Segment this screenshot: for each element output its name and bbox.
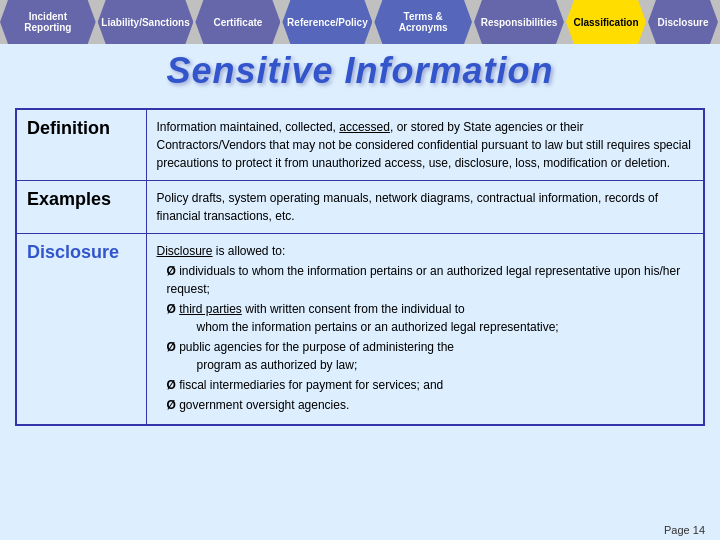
examples-label: Examples [16, 181, 146, 234]
tab-reference-policy[interactable]: Reference/Policy [282, 0, 372, 44]
main-content: Definition Information maintained, colle… [0, 98, 720, 520]
tab-label: Responsibilities [481, 17, 558, 28]
list-item: individuals to whom the information pert… [157, 262, 694, 298]
tab-terms-acronyms[interactable]: Terms & Acronyms [374, 0, 472, 44]
list-item: government oversight agencies. [157, 396, 694, 414]
definition-content: Information maintained, collected, acces… [146, 109, 704, 181]
tab-label: Classification [573, 17, 638, 28]
disclosure-intro: Disclosure is allowed to: [157, 244, 286, 258]
nav-bar: Incident Reporting Liability/Sanctions C… [0, 0, 720, 44]
tab-label: Liability/Sanctions [101, 17, 189, 28]
tab-label: Incident Reporting [10, 11, 86, 33]
definition-label: Definition [16, 109, 146, 181]
list-item: fiscal intermediaries for payment for se… [157, 376, 694, 394]
tab-disclosure[interactable]: Disclosure [648, 0, 718, 44]
title-area: Sensitive Information [0, 44, 720, 98]
tab-label: Disclosure [657, 17, 708, 28]
page-number: Page 14 [664, 524, 705, 536]
table-row: Disclosure Disclosure is allowed to: ind… [16, 234, 704, 426]
footer: Page 14 [0, 520, 720, 540]
tab-label: Certificate [213, 17, 262, 28]
tab-responsibilities[interactable]: Responsibilities [474, 0, 564, 44]
content-table: Definition Information maintained, colle… [15, 108, 705, 426]
disclosure-list: individuals to whom the information pert… [157, 262, 694, 414]
tab-liability-sanctions[interactable]: Liability/Sanctions [98, 0, 194, 44]
table-row: Examples Policy drafts, system operating… [16, 181, 704, 234]
disclosure-label: Disclosure [16, 234, 146, 426]
disclosure-content: Disclosure is allowed to: individuals to… [146, 234, 704, 426]
examples-content: Policy drafts, system operating manuals,… [146, 181, 704, 234]
tab-incident-reporting[interactable]: Incident Reporting [0, 0, 96, 44]
tab-label: Reference/Policy [287, 17, 368, 28]
tab-certificate[interactable]: Certificate [195, 0, 280, 44]
page-wrapper: Incident Reporting Liability/Sanctions C… [0, 0, 720, 540]
page-title: Sensitive Information [0, 50, 720, 92]
list-item: third parties with written consent from … [157, 300, 694, 336]
tab-label: Terms & Acronyms [384, 11, 462, 33]
table-row: Definition Information maintained, colle… [16, 109, 704, 181]
list-item: public agencies for the purpose of admin… [157, 338, 694, 374]
tab-classification[interactable]: Classification [566, 0, 646, 44]
